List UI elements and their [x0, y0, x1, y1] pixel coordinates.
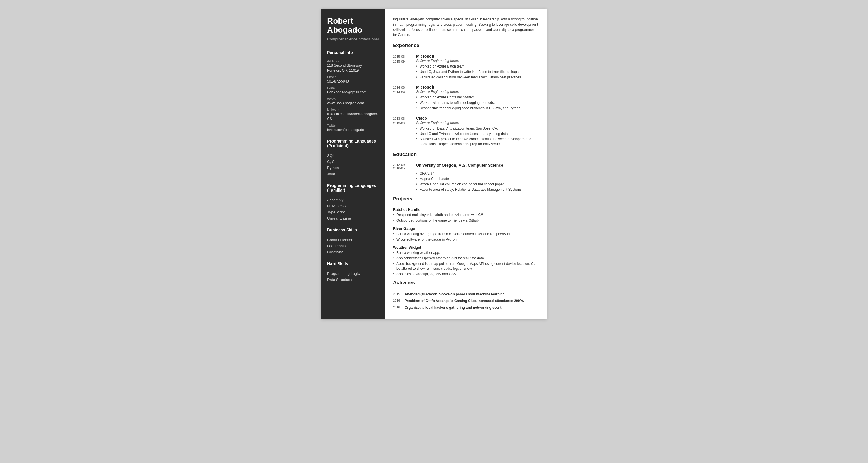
exp-bullet: Worked on Azure Batch team. — [416, 64, 538, 69]
activity-year: 2015 — [393, 291, 405, 298]
project-bullet: Outsourced portions of the game to frien… — [393, 218, 538, 223]
list-item: Assembly — [327, 197, 379, 203]
exp-details: Microsoft Software Engineering Intern Wo… — [416, 54, 538, 80]
exp-date: 2013-06 -2013-09 — [393, 116, 416, 147]
activities-table: 2015 Attended Quackcon. Spoke on panel a… — [393, 291, 538, 311]
experience-item: 2014-06 -2014-09 Microsoft Software Engi… — [393, 85, 538, 111]
experience-item: 2013-06 -2013-09 Cisco Software Engineer… — [393, 116, 538, 147]
activity-year: 2016 — [393, 298, 405, 304]
exp-bullet: Worked with teams to refine debugging me… — [416, 100, 538, 105]
project-item: River Gauge Built a working river gauge … — [393, 227, 538, 242]
education-heading: Education — [393, 152, 538, 159]
table-row: 2016 President of C++'s Arcangel's Gamin… — [393, 298, 538, 304]
list-item: Leadership — [327, 243, 379, 249]
exp-bullet: Responsible for debugging code branches … — [416, 106, 538, 111]
activity-text: Attended Quackcon. Spoke on panel about … — [405, 291, 538, 298]
project-bullets: Built a working weather app. App connect… — [393, 251, 538, 276]
education-item: 2012-09 -2016-05 University of Oregon, M… — [393, 163, 538, 192]
list-item: SQL — [327, 153, 379, 159]
list-item: Creativity — [327, 249, 379, 255]
address-label: Address — [327, 59, 379, 63]
email-value: BobAbogado@gmail.com — [327, 90, 379, 95]
edu-bullet: Magna Cum Laude — [416, 176, 538, 181]
edu-school: University of Oregon, M.S. Computer Scie… — [416, 163, 538, 170]
exp-details: Cisco Software Engineering Intern Worked… — [416, 116, 538, 147]
twitter-label: Twitter — [327, 124, 379, 127]
exp-bullets: Worked on Azure Batch team. Used C, Java… — [416, 64, 538, 79]
project-bullet: App's background is a map pulled from Go… — [393, 261, 538, 271]
exp-company: Cisco — [416, 116, 538, 121]
exp-role: Software Engineering Intern — [416, 90, 538, 94]
www-label: WWW — [327, 97, 379, 101]
list-item: Python — [327, 165, 379, 171]
projects-heading: Projects — [393, 196, 538, 203]
exp-bullet: Used C and Python to write interfaces to… — [416, 132, 538, 136]
phone-label: Phone — [327, 75, 379, 79]
table-row: 2015 Attended Quackcon. Spoke on panel a… — [393, 291, 538, 298]
exp-bullets: Worked on Azure Container System. Worked… — [416, 95, 538, 110]
exp-date: 2014-06 -2014-09 — [393, 85, 416, 111]
edu-bullets: GPA 3.97 Magna Cum Laude Wrote a popular… — [416, 171, 538, 192]
project-bullets: Designed multiplayer labyrinth and puzzl… — [393, 212, 538, 223]
resume-container: Robert Abogado Computer science professi… — [321, 9, 547, 319]
edu-bullet: Wrote a popular column on coding for the… — [416, 182, 538, 187]
activities-heading: Activities — [393, 280, 538, 287]
project-bullet: Wrote software for the gauge in Python. — [393, 237, 538, 242]
prog-proficient-heading: Programming Languages (Proficient) — [327, 136, 379, 150]
project-bullets: Built a working river gauge from a culve… — [393, 232, 538, 242]
list-item: C, C++ — [327, 159, 379, 165]
exp-role: Software Engineering Intern — [416, 121, 538, 125]
list-item: Data Structures — [327, 277, 379, 283]
linkedin-label: LinkedIn — [327, 108, 379, 111]
exp-bullet: Used C, Java and Python to write interfa… — [416, 69, 538, 74]
exp-bullet: Worked on Data Virtualization team, San … — [416, 126, 538, 131]
experience-heading: Experience — [393, 43, 538, 50]
list-item: Programming Logic — [327, 271, 379, 277]
hard-skills-heading: Hard Skills — [327, 259, 379, 268]
exp-details: Microsoft Software Engineering Intern Wo… — [416, 85, 538, 111]
experience-item: 2015-06 -2015-09 Microsoft Software Engi… — [393, 54, 538, 80]
project-name: River Gauge — [393, 227, 538, 231]
edu-bullet: Favorite area of study: Relational Datab… — [416, 187, 538, 192]
project-item: Ratchet Handle Designed multiplayer laby… — [393, 207, 538, 223]
sidebar: Robert Abogado Computer science professi… — [321, 9, 385, 319]
main-content: Inquisitive, energetic computer science … — [385, 9, 547, 319]
phone-value: 501-872-5940 — [327, 79, 379, 84]
list-item: Communication — [327, 237, 379, 243]
project-bullet: App connects to OpenWeatherMap API for r… — [393, 256, 538, 261]
linkedin-value: linkedin.com/in/robert-t-abogado-CS — [327, 112, 379, 122]
project-name: Ratchet Handle — [393, 207, 538, 212]
www-value: www.Bob.Abogado.com — [327, 101, 379, 106]
twitter-value: twitter.com/bobabogado — [327, 128, 379, 132]
activity-text: President of C++'s Arcangel's Gaming Clu… — [405, 298, 538, 304]
list-item: Java — [327, 171, 379, 177]
prog-familiar-heading: Programming Languages (Familiar) — [327, 181, 379, 194]
list-item: Unreal Engine — [327, 215, 379, 221]
exp-bullet: Facilitated collaboration between teams … — [416, 75, 538, 80]
exp-role: Software Engineering Intern — [416, 59, 538, 63]
project-bullet: App uses JavaScript, JQuery and CSS. — [393, 272, 538, 277]
project-name: Weather Widget — [393, 245, 538, 250]
exp-bullet: Worked on Azure Container System. — [416, 95, 538, 100]
edu-bullet: GPA 3.97 — [416, 171, 538, 176]
exp-company: Microsoft — [416, 85, 538, 90]
project-bullet: Built a working river gauge from a culve… — [393, 232, 538, 236]
candidate-name: Robert Abogado — [327, 17, 379, 35]
candidate-title: Computer science professional — [327, 37, 379, 42]
address-value: 118 Second StonewayPoneton, OR, 11619 — [327, 63, 379, 73]
business-skills-heading: Business Skills — [327, 225, 379, 234]
activity-text: Organized a local hacker's gathering and… — [405, 304, 538, 311]
list-item: TypeScript — [327, 209, 379, 215]
activity-year: 2016 — [393, 304, 405, 311]
exp-bullet: Assisted with project to improve communi… — [416, 137, 538, 146]
list-item: HTML/CSS — [327, 203, 379, 209]
edu-date: 2012-09 -2016-05 — [393, 163, 416, 170]
personal-info-heading: Personal Info — [327, 48, 379, 57]
exp-date: 2015-06 -2015-09 — [393, 54, 416, 80]
project-bullet: Built a working weather app. — [393, 251, 538, 255]
summary-text: Inquisitive, energetic computer science … — [393, 17, 538, 37]
email-label: E-mail — [327, 86, 379, 90]
exp-bullets: Worked on Data Virtualization team, San … — [416, 126, 538, 146]
project-bullet: Designed multiplayer labyrinth and puzzl… — [393, 212, 538, 218]
edu-header: 2012-09 -2016-05 University of Oregon, M… — [393, 163, 538, 170]
